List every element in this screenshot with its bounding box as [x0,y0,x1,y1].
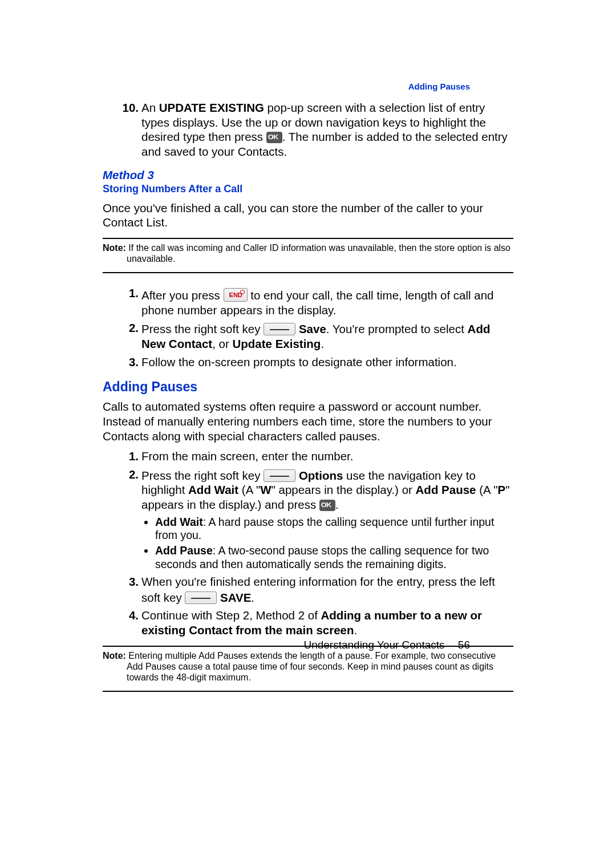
chapter-title: Understanding Your Contacts [303,639,444,651]
text: From the main screen, enter the number. [141,449,353,463]
text: (A " [476,483,498,496]
text: After you press [141,289,224,302]
note-text: Entering multiple Add Pauses extends the… [127,651,496,682]
soft-key-icon [264,469,295,482]
step-number: 4. [116,608,139,623]
text: . [251,591,254,604]
text: An [141,101,159,114]
ok-key-icon [319,500,335,511]
step-number: 1. [116,286,139,301]
text: . You're prompted to select [326,322,468,335]
running-head: Adding Pauses [408,82,470,91]
text: . [335,498,339,511]
bullet-item: Add Wait: A hard pause stops the calling… [155,516,513,542]
page-footer: Understanding Your Contacts 56 [303,639,470,651]
note-label: Note: [103,651,128,660]
text: Continue with Step 2, Method 2 of [141,609,321,622]
rule [103,272,513,273]
text: Press the right soft key [141,469,264,482]
text: Press the right soft key [141,322,264,335]
rule [103,691,513,692]
bold-text: Add Pause [416,483,476,496]
bullet-list: Add Wait: A hard pause stops the calling… [155,516,513,572]
note-label: Note: [103,243,128,253]
bold-text: W [260,483,271,496]
method3-steps: 1. After you press to end your call, the… [103,286,513,369]
method3-heading: Method 3 [103,168,513,182]
soft-key-icon [264,323,295,335]
step10: 10. An UPDATE EXISTING pop-up screen wit… [103,100,513,159]
step-number: 1. [116,449,139,464]
bold-text: P [498,483,506,496]
page-number: 56 [458,639,470,651]
manual-page: Adding Pauses 10. An UPDATE EXISTING pop… [0,0,616,851]
step-number: 10. [116,100,139,115]
bold-text: Add Wait [188,483,238,496]
text: , or [212,337,232,350]
note2: Note: Entering multiple Add Pauses exten… [103,650,513,683]
note-text: If the call was incoming and Caller ID i… [127,243,510,264]
bullet-item: Add Pause: A two-second pause stops the … [155,544,513,571]
step-number: 2. [116,321,139,335]
end-key-icon [224,288,248,302]
text: . [354,623,358,637]
bold-text: Options [299,469,343,482]
step-number: 2. [116,467,139,482]
text: " appears in the display.) or [271,483,416,496]
method3-intro: Once you've finished a call, you can sto… [103,201,513,230]
text: . [321,337,324,350]
bold-text: Add Wait [155,516,203,528]
text: : A hard pause stops the calling sequenc… [155,516,494,541]
bold-text: Add Pause [155,544,213,557]
adding-pauses-heading: Adding Pauses [103,379,513,395]
soft-key-icon [185,591,217,604]
step-number: 3. [116,355,139,370]
bold-text: Update Existing [232,337,321,350]
rule [103,238,513,239]
text: Follow the on-screen prompts to designat… [141,355,457,368]
method3-subheading: Storing Numbers After a Call [103,183,513,195]
step-number: 3. [116,574,139,589]
adding-pauses-steps: 1. From the main screen, enter the numbe… [103,449,513,638]
note1: Note: If the call was incoming and Calle… [103,242,513,264]
text: (A " [238,483,260,496]
bold-text: SAVE [220,591,251,604]
adding-pauses-intro: Calls to automated systems often require… [103,399,513,443]
bold-text: Save [299,322,326,335]
bold-text: UPDATE EXISTING [159,101,264,114]
ok-key-icon [266,132,282,143]
